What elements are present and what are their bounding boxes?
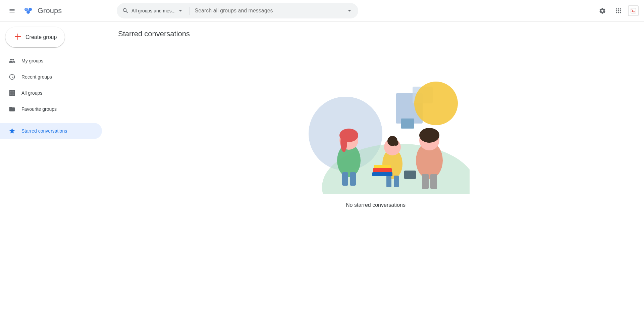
svg-point-18	[340, 132, 347, 152]
svg-rect-32	[372, 172, 392, 176]
plus-icon	[13, 32, 21, 42]
create-group-plus-icon	[13, 32, 21, 40]
header-right	[596, 4, 639, 17]
svg-rect-26	[394, 176, 399, 187]
search-filter-dropdown[interactable]: All groups and mes...	[131, 7, 184, 14]
svg-rect-31	[430, 174, 437, 189]
starred-conversations-label: Starred conversations	[21, 128, 67, 134]
settings-icon	[599, 7, 606, 14]
create-group-button[interactable]: Create group	[5, 27, 65, 47]
star-icon	[8, 128, 16, 134]
recent-groups-label: Recent groups	[21, 74, 52, 80]
search-icon	[122, 7, 129, 14]
sidebar-item-recent-groups[interactable]: Recent groups	[0, 69, 102, 85]
sidebar-item-starred-conversations[interactable]: Starred conversations	[0, 123, 102, 139]
svg-point-24	[393, 140, 398, 146]
app-name-label: Groups	[38, 6, 62, 15]
svg-rect-35	[404, 171, 416, 179]
search-options-icon	[346, 7, 353, 14]
svg-point-2	[26, 10, 30, 14]
all-groups-label: All groups	[21, 90, 42, 96]
google-apps-icon	[615, 7, 622, 14]
svg-rect-25	[386, 176, 391, 187]
empty-state: No starred conversations	[118, 46, 633, 222]
search-divider	[189, 7, 190, 15]
header-left: Groups	[5, 4, 113, 17]
clock-icon	[8, 74, 16, 80]
settings-button[interactable]	[596, 4, 609, 17]
svg-rect-34	[374, 165, 391, 168]
hamburger-button[interactable]	[5, 4, 19, 17]
my-groups-label: My groups	[21, 58, 43, 63]
google-apps-button[interactable]	[612, 4, 625, 17]
svg-point-1	[29, 8, 32, 11]
grid-icon	[8, 90, 16, 96]
sidebar: Create group My groups Recent groups	[0, 21, 107, 331]
sidebar-item-favourite-groups[interactable]: Favourite groups	[0, 101, 102, 117]
page-title: Starred conversations	[118, 30, 633, 38]
filter-dropdown-icon	[177, 7, 184, 14]
sidebar-item-my-groups[interactable]: My groups	[0, 53, 102, 69]
drag-logo-icon	[630, 7, 637, 14]
search-dropdown-button[interactable]	[346, 7, 353, 14]
illustration-svg	[282, 60, 470, 194]
groups-logo-icon	[21, 4, 35, 17]
account-avatar[interactable]	[628, 5, 639, 16]
content-area: Starred conversations	[107, 21, 644, 331]
svg-rect-33	[373, 168, 392, 172]
svg-point-29	[419, 128, 439, 143]
folder-icon	[8, 106, 16, 112]
svg-point-3	[25, 8, 28, 10]
create-group-label: Create group	[25, 34, 57, 40]
empty-state-text: No starred conversations	[346, 202, 406, 208]
main-layout: Create group My groups Recent groups	[0, 21, 644, 331]
search-input[interactable]	[195, 8, 343, 14]
favourite-groups-label: Favourite groups	[21, 106, 57, 112]
people-icon	[8, 57, 16, 64]
app-logo[interactable]: Groups	[21, 4, 62, 17]
sidebar-item-all-groups[interactable]: All groups	[0, 85, 102, 101]
svg-rect-19	[342, 172, 348, 186]
svg-point-13	[414, 82, 458, 125]
svg-rect-12	[401, 119, 414, 129]
header: Groups All groups and mes...	[0, 0, 644, 21]
search-bar: All groups and mes...	[117, 3, 358, 18]
svg-rect-20	[350, 172, 356, 186]
empty-state-illustration	[282, 60, 470, 194]
svg-rect-30	[422, 174, 429, 189]
nav-divider	[5, 120, 102, 120]
